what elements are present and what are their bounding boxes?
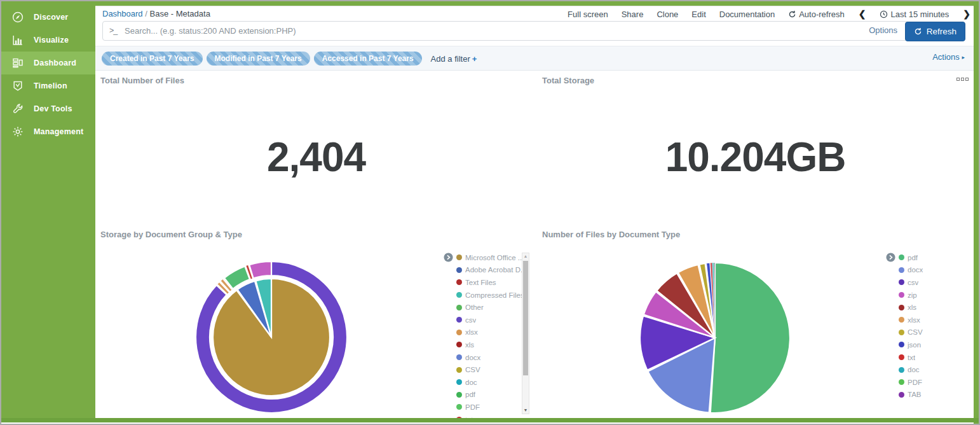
legend-item-text-files[interactable]: Text Files	[444, 276, 526, 289]
panel-options-icon[interactable]	[956, 78, 969, 81]
legend-item-xlsx[interactable]: xlsx	[886, 314, 969, 326]
files-pie-chart[interactable]	[639, 262, 791, 414]
legend-item-doc[interactable]: doc	[886, 363, 969, 376]
legend-item-docx[interactable]: docx	[444, 351, 526, 364]
legend-item-label: xlsx	[465, 328, 478, 336]
app-window: Discover Visualize Dashboard Timelion De…	[0, 0, 980, 425]
wrench-icon	[11, 102, 24, 115]
legend-item-json[interactable]: json	[886, 338, 969, 351]
share-button[interactable]: Share	[622, 10, 644, 19]
actions-menu-button[interactable]: Actions ▸	[932, 52, 965, 62]
legend-item-csv[interactable]: CSV	[444, 363, 526, 376]
legend-color-dot	[899, 354, 904, 360]
full-screen-button[interactable]: Full screen	[568, 10, 608, 19]
sidebar-item-dashboard[interactable]: Dashboard	[1, 52, 95, 74]
scrollbar-thumb[interactable]	[523, 261, 528, 375]
legend-toggle-icon[interactable]	[886, 253, 895, 262]
storage-pie-chart[interactable]	[195, 261, 348, 414]
options-link[interactable]: Options	[869, 25, 897, 35]
clock-icon	[880, 10, 888, 18]
legend-item-docx[interactable]: docx	[886, 264, 969, 277]
edit-button[interactable]: Edit	[691, 10, 705, 19]
pie-slice-pdf[interactable]	[711, 263, 790, 413]
filter-pill[interactable]: Modified in Past 7 Years	[207, 52, 310, 66]
clone-button[interactable]: Clone	[657, 10, 678, 19]
legend-item-label: pdf	[465, 391, 475, 398]
legend-item-xlsx[interactable]: xlsx	[444, 326, 526, 339]
legend-item-csv[interactable]: csv	[444, 314, 526, 326]
legend-item-pdf[interactable]: pdf	[886, 251, 969, 264]
legend-item-xls[interactable]: xls	[444, 338, 526, 351]
legend-item-label: docx	[465, 354, 480, 361]
legend-color-dot	[456, 342, 462, 347]
sidebar-item-visualize[interactable]: Visualize	[1, 29, 95, 52]
legend-item-other[interactable]: Other	[444, 301, 526, 314]
legend-item-xls[interactable]: xls	[886, 301, 969, 314]
filter-bar: Created in Past 7 YearsModified in Past …	[95, 46, 974, 71]
sidebar-item-dev-tools[interactable]: Dev Tools	[1, 97, 95, 120]
refresh-icon	[788, 10, 796, 18]
panel-storage-pie: Storage by Document Group & Type Microso…	[95, 225, 537, 418]
breadcrumb-separator: /	[145, 9, 147, 18]
chrome-bottom-strip	[1, 418, 979, 422]
legend-item-label: txt	[908, 354, 915, 361]
sidebar-item-label: Dev Tools	[34, 104, 72, 113]
documentation-link[interactable]: Documentation	[719, 10, 775, 19]
sidebar-item-discover[interactable]: Discover	[1, 6, 95, 29]
filter-pill-row: Created in Past 7 YearsModified in Past …	[102, 52, 477, 66]
legend-color-dot	[456, 354, 462, 360]
metric-total-storage: 10.204GB	[537, 134, 974, 181]
legend-item-label: Microsoft Office ...	[465, 254, 524, 261]
legend-item-microsoft-office-[interactable]: Microsoft Office ...	[444, 251, 526, 264]
refresh-button[interactable]: Refresh	[905, 22, 965, 41]
legend-item-txt[interactable]: txt	[886, 351, 969, 364]
legend-item-label: Adobe Acrobat D...	[465, 266, 526, 274]
auto-refresh-button[interactable]: Auto-refresh	[788, 10, 845, 19]
sidebar-nav: Discover Visualize Dashboard Timelion De…	[1, 6, 95, 418]
scroll-down-icon[interactable]: ▼	[522, 407, 529, 414]
legend-item-compressed-files[interactable]: Compressed Files	[444, 289, 526, 302]
sidebar-item-management[interactable]: Management	[1, 120, 95, 143]
legend-color-dot	[456, 367, 462, 373]
legend-color-dot	[899, 254, 904, 260]
legend-color-dot	[899, 367, 904, 373]
add-filter-button[interactable]: Add a filter+	[431, 54, 477, 64]
pie-slice-zip[interactable]	[249, 261, 271, 278]
panel-total-storage: Total Storage 10.204GB	[537, 71, 974, 225]
legend-item-pdf[interactable]: PDF	[444, 401, 526, 414]
legend-color-dot	[456, 379, 462, 385]
legend-item-label: xlsx	[908, 316, 920, 324]
refresh-icon	[914, 27, 922, 36]
query-prompt-icon: >_	[109, 26, 117, 35]
legend-color-dot	[899, 292, 904, 298]
time-next-button[interactable]: ❯	[962, 9, 971, 19]
legend-item-zip[interactable]: zip	[886, 289, 969, 302]
top-menu: Full screen Share Clone Edit Documentati…	[568, 9, 971, 19]
legend-item-label: TAB	[908, 391, 922, 398]
legend-item-csv[interactable]: CSV	[886, 326, 969, 339]
legend-item-tab[interactable]: TAB	[886, 389, 969, 401]
time-range-picker[interactable]: Last 15 minutes	[880, 10, 949, 19]
breadcrumb-dashboard-link[interactable]: Dashboard	[102, 9, 143, 18]
legend-toggle-icon[interactable]	[444, 253, 453, 262]
legend-item-label: docx	[908, 266, 923, 274]
compass-icon	[11, 11, 24, 24]
scroll-up-icon[interactable]: ▲	[522, 253, 529, 260]
legend-item-pdf[interactable]: PDF	[886, 376, 969, 389]
sidebar-item-timelion[interactable]: Timelion	[1, 74, 95, 97]
legend-item-label: json	[908, 341, 921, 349]
filter-pill[interactable]: Accessed in Past 7 Years	[314, 52, 422, 66]
legend-scrollbar[interactable]: ▲ ▼	[522, 253, 529, 414]
legend-item-doc[interactable]: doc	[444, 376, 526, 389]
legend-item-pdf[interactable]: pdf	[444, 389, 526, 401]
legend-item-adobe-acrobat-d-[interactable]: Adobe Acrobat D...	[444, 264, 526, 277]
legend-color-dot	[456, 267, 462, 273]
bar-chart-icon	[11, 34, 24, 46]
filter-pill[interactable]: Created in Past 7 Years	[102, 52, 203, 66]
search-input[interactable]	[125, 22, 904, 39]
legend-color-dot	[899, 330, 904, 335]
time-prev-button[interactable]: ❮	[858, 9, 867, 19]
main-content: Dashboard / Base - Metadata Full screen …	[95, 6, 974, 418]
legend-item-label: CSV	[908, 328, 923, 336]
legend-item-csv[interactable]: csv	[886, 276, 969, 289]
